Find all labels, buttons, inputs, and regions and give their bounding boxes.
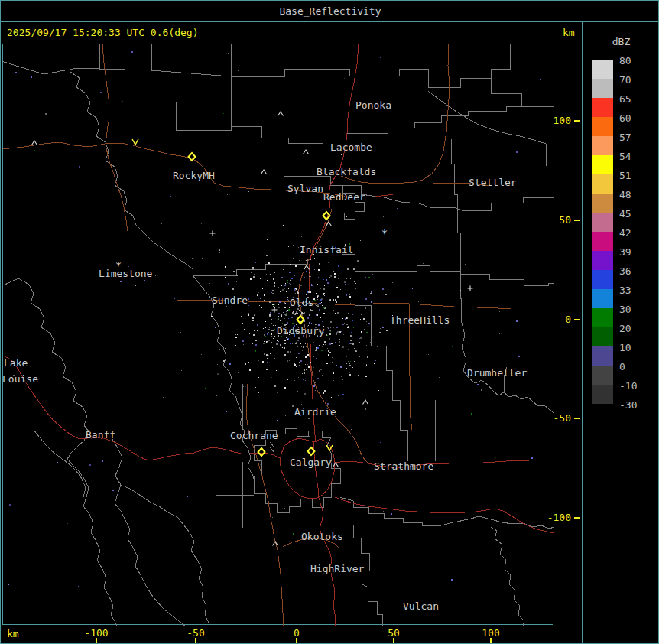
radar-echo-speck bbox=[288, 300, 289, 301]
legend-swatch bbox=[592, 98, 613, 117]
radar-echo-speck bbox=[336, 327, 338, 328]
plus-icon bbox=[210, 231, 216, 236]
radar-echo-speck bbox=[342, 333, 343, 333]
radar-echo-speck bbox=[322, 375, 323, 376]
radar-echo-speck bbox=[274, 272, 275, 273]
radar-echo-speck bbox=[271, 336, 272, 337]
radar-echo-speck bbox=[333, 318, 333, 319]
radar-echo-speck bbox=[290, 351, 291, 353]
radar-echo-speck bbox=[320, 283, 320, 284]
city-label-lacombe: Lacombe bbox=[330, 142, 372, 152]
legend-value-label: 57 bbox=[619, 132, 653, 143]
radar-echo-speck bbox=[342, 295, 342, 296]
radar-echo-speck bbox=[244, 329, 245, 330]
radar-echo-speck bbox=[336, 303, 336, 304]
radar-echo-speck bbox=[365, 298, 367, 300]
radar-echo-speck bbox=[317, 306, 319, 307]
radar-echo-speck bbox=[362, 275, 362, 276]
radar-echo-speck bbox=[452, 346, 453, 347]
radar-echo-speck bbox=[261, 307, 262, 308]
radar-echo-speck bbox=[329, 338, 330, 340]
radar-echo-speck bbox=[336, 333, 337, 334]
radar-echo-speck bbox=[248, 313, 249, 314]
radar-echo-speck bbox=[310, 362, 311, 363]
radar-echo-speck bbox=[284, 347, 285, 349]
radar-echo-speck bbox=[309, 436, 310, 437]
radar-echo-speck bbox=[313, 385, 315, 387]
radar-echo-speck bbox=[355, 283, 356, 284]
radar-echo-speck bbox=[258, 292, 259, 293]
radar-echo-speck bbox=[323, 307, 325, 308]
radar-echo-speck bbox=[258, 377, 259, 378]
radar-echo-speck bbox=[259, 305, 260, 306]
county-boundary-line bbox=[428, 91, 546, 166]
radar-echo-speck bbox=[350, 278, 351, 279]
radar-echo-speck bbox=[284, 354, 286, 356]
radar-echo-speck bbox=[342, 324, 344, 325]
radar-echo-speck bbox=[311, 284, 312, 285]
radar-echo-speck bbox=[337, 366, 338, 366]
plus-icon bbox=[272, 307, 278, 313]
radar-echo-speck bbox=[339, 345, 340, 346]
legend-value-label: 48 bbox=[619, 190, 653, 200]
radar-echo-speck bbox=[222, 249, 222, 249]
radar-echo-speck bbox=[366, 365, 367, 366]
radar-echo-speck bbox=[278, 318, 279, 319]
legend-value-label: -10 bbox=[619, 381, 653, 392]
radar-echo-speck bbox=[266, 255, 268, 256]
radar-echo-speck bbox=[268, 355, 269, 356]
radar-echo-speck bbox=[248, 512, 248, 513]
radar-echo-speck bbox=[284, 340, 286, 341]
radar-echo-speck bbox=[243, 344, 244, 345]
radar-echo-speck bbox=[333, 380, 334, 381]
radar-echo-speck bbox=[292, 323, 294, 324]
legend-value-label: 30 bbox=[619, 304, 653, 315]
radar-echo-speck bbox=[319, 370, 320, 372]
radar-echo-speck bbox=[359, 302, 359, 303]
radar-echo-speck bbox=[299, 365, 300, 366]
radar-echo-speck bbox=[277, 420, 278, 421]
radar-echo-speck bbox=[161, 223, 162, 224]
radar-echo-speck bbox=[290, 280, 291, 281]
radar-echo-speck bbox=[380, 328, 381, 329]
radar-echo-speck bbox=[284, 318, 285, 319]
radar-echo-speck bbox=[271, 292, 272, 293]
radar-echo-speck bbox=[313, 320, 313, 321]
radar-echo-speck bbox=[298, 247, 299, 248]
radar-echo-speck bbox=[451, 579, 453, 581]
radar-echo-speck bbox=[278, 395, 278, 395]
radar-echo-speck bbox=[330, 330, 331, 331]
radar-echo-speck bbox=[286, 320, 287, 320]
radar-echo-speck bbox=[293, 245, 294, 246]
radar-echo-speck bbox=[281, 315, 282, 316]
radar-echo-speck bbox=[253, 276, 255, 278]
radar-echo-speck bbox=[328, 262, 329, 263]
radar-echo-speck bbox=[233, 271, 235, 272]
city-label-vulcan: Vulcan bbox=[403, 601, 439, 611]
radar-echo-speck bbox=[333, 333, 333, 334]
radar-echo-speck bbox=[294, 380, 295, 381]
radar-echo-speck bbox=[257, 295, 258, 296]
radar-echo-speck bbox=[349, 343, 350, 344]
radar-echo-speck bbox=[265, 336, 266, 337]
radar-echo-speck bbox=[418, 301, 419, 302]
radar-map-canvas[interactable]: ** PonokaLacombeBlackfaldsSylvanRedDeerS… bbox=[2, 44, 553, 625]
bottom-axis-tick bbox=[96, 638, 97, 643]
radar-echo-speck bbox=[351, 332, 352, 333]
radar-echo-speck bbox=[227, 333, 228, 333]
caret-icon bbox=[304, 150, 309, 154]
legend-swatch bbox=[592, 79, 613, 98]
radar-echo-speck bbox=[303, 313, 304, 314]
county-boundary-line bbox=[176, 44, 231, 130]
radar-echo-speck bbox=[346, 294, 346, 294]
radar-echo-speck bbox=[248, 191, 249, 192]
radar-echo-speck bbox=[235, 337, 237, 338]
radar-echo-speck bbox=[255, 350, 256, 352]
radar-echo-speck bbox=[336, 224, 336, 225]
radar-echo-speck bbox=[327, 282, 329, 284]
radar-echo-speck bbox=[122, 101, 123, 102]
window-title: Base_Reflectivity bbox=[279, 5, 381, 17]
radar-echo-speck bbox=[287, 282, 288, 283]
radar-echo-speck bbox=[391, 513, 392, 515]
radar-echo-speck bbox=[336, 301, 337, 303]
